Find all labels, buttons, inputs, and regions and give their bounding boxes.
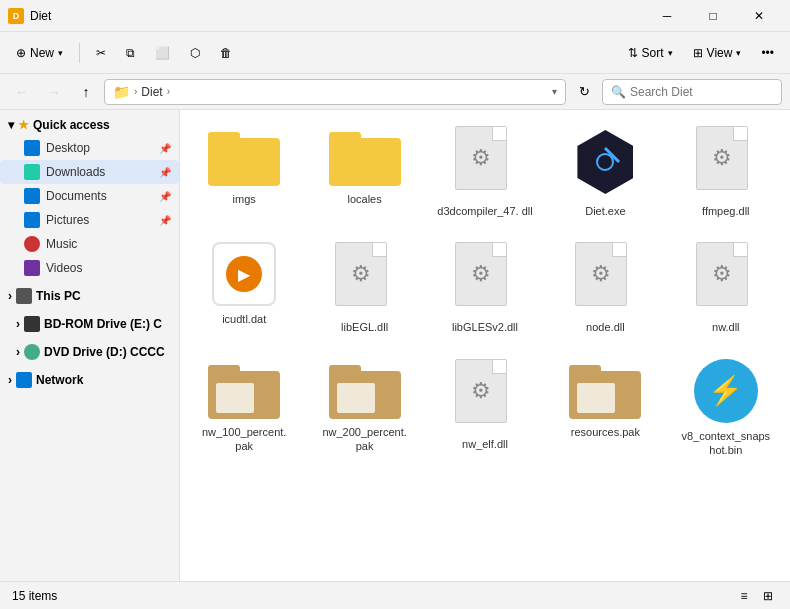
- sidebar-item-bdrom[interactable]: › BD-ROM Drive (E:) C: [0, 312, 179, 336]
- move-button[interactable]: ⬡: [182, 42, 208, 64]
- window-title: Diet: [30, 9, 644, 23]
- dll-icon-nwelf: ⚙: [455, 359, 515, 431]
- pin-icon-pictures: 📌: [159, 215, 171, 226]
- view-toggle-buttons: ≡ ⊞: [734, 586, 778, 606]
- minimize-button[interactable]: ─: [644, 0, 690, 32]
- copy-icon: ⧉: [126, 46, 135, 60]
- exe-hex-shape: [577, 130, 633, 194]
- sidebar-item-desktop[interactable]: Desktop 📌: [0, 136, 179, 160]
- sidebar: ▾ ★ Quick access Desktop 📌 Downloads 📌 D…: [0, 110, 180, 581]
- file-body: ⚙: [696, 242, 748, 306]
- file-corner: [372, 243, 386, 257]
- file-label-imgs: imgs: [233, 192, 256, 206]
- file-item-nw200[interactable]: nw_200_percent. pak: [308, 351, 420, 462]
- sidebar-item-downloads[interactable]: Downloads 📌: [0, 160, 179, 184]
- sidebar-item-thispc[interactable]: › This PC: [0, 284, 179, 308]
- up-button[interactable]: ↑: [72, 78, 100, 106]
- sort-button[interactable]: ⇅ Sort ▾: [620, 42, 681, 64]
- paste-button[interactable]: ⬜: [147, 42, 178, 64]
- file-item-nwelf[interactable]: ⚙ nw_elf.dll: [429, 351, 541, 459]
- dll-icon-nw: ⚙: [696, 242, 756, 314]
- search-box[interactable]: 🔍: [602, 79, 782, 105]
- gear-icon: ⚙: [471, 261, 491, 287]
- sidebar-item-dvd[interactable]: › DVD Drive (D:) CCCC: [0, 340, 179, 364]
- file-label-nwelf: nw_elf.dll: [462, 437, 508, 451]
- file-item-nw100[interactable]: nw_100_percent. pak: [188, 351, 300, 462]
- folder-icon-locales: [329, 126, 401, 186]
- videos-icon: [24, 260, 40, 276]
- file-item-ffmpeg[interactable]: ⚙ ffmpeg.dll: [670, 118, 782, 226]
- pak-folder-nw200: [329, 359, 401, 419]
- file-label-libegl: libEGL.dll: [341, 320, 388, 334]
- view-button[interactable]: ⊞ View ▾: [685, 42, 750, 64]
- window-controls: ─ □ ✕: [644, 0, 782, 32]
- file-item-libegl[interactable]: ⚙ libEGL.dll: [308, 234, 420, 342]
- refresh-button[interactable]: ↻: [570, 78, 598, 106]
- file-item-locales[interactable]: locales: [308, 118, 420, 214]
- cut-icon: ✂: [96, 46, 106, 60]
- music-icon: [24, 236, 40, 252]
- more-button[interactable]: •••: [753, 42, 782, 64]
- dll-icon-ffmpeg: ⚙: [696, 126, 756, 198]
- back-button[interactable]: ←: [8, 78, 36, 106]
- file-body: ⚙: [455, 126, 507, 190]
- sidebar-item-network[interactable]: › Network: [0, 368, 179, 392]
- address-path[interactable]: 📁 › Diet › ▾: [104, 79, 566, 105]
- file-body: ⚙: [696, 126, 748, 190]
- file-item-node[interactable]: ⚙ node.dll: [549, 234, 661, 342]
- pak-folder-resources: [569, 359, 641, 419]
- cut-button[interactable]: ✂: [88, 42, 114, 64]
- downloads-icon: [24, 164, 40, 180]
- new-button[interactable]: ⊕ New ▾: [8, 42, 71, 64]
- file-item-nw[interactable]: ⚙ nw.dll: [670, 234, 782, 342]
- file-corner: [612, 243, 626, 257]
- file-label-dietexe: Diet.exe: [585, 204, 625, 218]
- sidebar-item-pictures[interactable]: Pictures 📌: [0, 208, 179, 232]
- sidebar-item-documents[interactable]: Documents 📌: [0, 184, 179, 208]
- file-item-dietexe[interactable]: Diet.exe: [549, 118, 661, 226]
- quick-access-header[interactable]: ▾ ★ Quick access: [0, 114, 179, 136]
- move-icon: ⬡: [190, 46, 200, 60]
- copy-button[interactable]: ⧉: [118, 42, 143, 64]
- path-segment-diet: Diet: [141, 85, 162, 99]
- file-label-libglesv2: libGLESv2.dll: [452, 320, 518, 334]
- status-bar: 15 items ≡ ⊞: [0, 581, 790, 609]
- file-item-imgs[interactable]: imgs: [188, 118, 300, 214]
- file-item-resources[interactable]: resources.pak: [549, 351, 661, 447]
- file-body: ⚙: [455, 242, 507, 306]
- file-item-libglesv2[interactable]: ⚙ libGLESv2.dll: [429, 234, 541, 342]
- file-grid: imgs locales ⚙ d3dcompiler_47. dll: [188, 118, 782, 465]
- grid-view-button[interactable]: ⊞: [758, 586, 778, 606]
- close-button[interactable]: ✕: [736, 0, 782, 32]
- search-input[interactable]: [630, 85, 780, 99]
- forward-button[interactable]: →: [40, 78, 68, 106]
- v8-icon: ⚡: [694, 359, 758, 423]
- pak-folder-paper: [337, 383, 375, 413]
- app-icon: D: [8, 8, 24, 24]
- search-icon: 🔍: [611, 85, 626, 99]
- file-label-nw100: nw_100_percent. pak: [194, 425, 294, 454]
- file-label-v8context: v8_context_snaps hot.bin: [676, 429, 776, 458]
- gear-icon: ⚙: [712, 145, 732, 171]
- folder-body: [208, 138, 280, 186]
- path-dropdown-icon[interactable]: ▾: [552, 86, 557, 97]
- dll-icon-libegl: ⚙: [335, 242, 395, 314]
- file-item-d3dcompiler[interactable]: ⚙ d3dcompiler_47. dll: [429, 118, 541, 226]
- exe-icon-diet: [573, 126, 637, 198]
- file-item-v8context[interactable]: ⚡ v8_context_snaps hot.bin: [670, 351, 782, 466]
- file-body: ⚙: [575, 242, 627, 306]
- file-corner: [733, 243, 747, 257]
- bdrom-icon: [24, 316, 40, 332]
- list-view-button[interactable]: ≡: [734, 586, 754, 606]
- maximize-button[interactable]: □: [690, 0, 736, 32]
- network-section: › Network: [0, 368, 179, 392]
- path-folder-icon: 📁: [113, 84, 130, 100]
- bdrom-expand-icon: ›: [16, 317, 20, 331]
- file-item-icudtl[interactable]: ▶ icudtl.dat: [188, 234, 300, 334]
- paste-icon: ⬜: [155, 46, 170, 60]
- sidebar-item-videos[interactable]: Videos: [0, 256, 179, 280]
- desktop-icon: [24, 140, 40, 156]
- delete-button[interactable]: 🗑: [212, 42, 240, 64]
- sidebar-item-music[interactable]: Music: [0, 232, 179, 256]
- file-label-nw200: nw_200_percent. pak: [315, 425, 415, 454]
